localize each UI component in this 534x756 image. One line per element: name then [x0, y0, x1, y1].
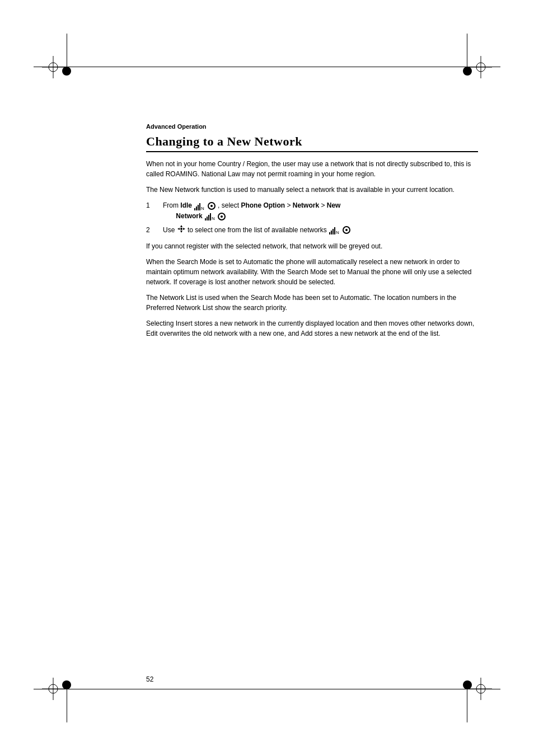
- step-2: 2 Use to select one from the list of: [146, 225, 478, 236]
- svg-marker-24: [177, 228, 180, 230]
- svg-rect-13: [196, 206, 197, 210]
- vline-right-top: [467, 34, 467, 67]
- paragraph-2: The New Network function is used to manu…: [146, 185, 478, 195]
- svg-text:N: N: [212, 216, 215, 220]
- svg-rect-30: [334, 227, 335, 234]
- svg-text:N: N: [336, 230, 339, 234]
- svg-rect-29: [332, 229, 334, 234]
- page-title: Changing to a New Network: [146, 134, 478, 152]
- step-1: 1 From Idle N ,: [146, 200, 478, 222]
- step-1-bold-network: Network: [293, 201, 319, 209]
- svg-marker-22: [180, 225, 182, 227]
- signal-icon-2: N: [205, 212, 215, 222]
- vline-right-bottom: [467, 689, 467, 722]
- step-1-bold-phone: Phone Option: [241, 201, 285, 209]
- circle-icon-1: [208, 202, 216, 210]
- svg-rect-15: [199, 203, 200, 210]
- crosshair-br: [470, 678, 492, 700]
- hline-top: [34, 67, 500, 67]
- svg-text:N: N: [201, 206, 204, 210]
- paragraph-6: Selecting Insert stores a new network in…: [146, 318, 478, 339]
- step-1-content: From Idle N , select Phone Option >: [163, 200, 478, 222]
- circle-icon-3: [343, 226, 350, 234]
- vline-left-top: [67, 34, 67, 67]
- svg-rect-12: [194, 208, 195, 210]
- crosshair-tl: [42, 56, 64, 78]
- section-label: Advanced Operation: [146, 123, 478, 130]
- svg-rect-19: [208, 215, 209, 220]
- signal-icon-3: N: [329, 225, 339, 235]
- paragraph-5: The Network List is used when the Search…: [146, 293, 478, 313]
- step-2-number: 2: [146, 225, 163, 235]
- nav-icon: [177, 225, 185, 236]
- svg-marker-25: [183, 228, 185, 230]
- paragraph-1: When not in your home Country / Region, …: [146, 159, 478, 179]
- steps-list: 1 From Idle N ,: [146, 200, 478, 236]
- svg-rect-20: [210, 213, 211, 220]
- signal-icon-1: N: [194, 201, 204, 211]
- svg-rect-27: [329, 232, 330, 234]
- svg-rect-28: [331, 231, 332, 234]
- crosshair-tr: [470, 56, 492, 78]
- svg-point-26: [180, 228, 182, 230]
- circle-icon-2: [218, 213, 226, 220]
- vline-left-bottom: [67, 689, 67, 722]
- paragraph-4: When the Search Mode is set to Automatic…: [146, 257, 478, 287]
- step-2-content: Use to select one from the list of avail…: [163, 225, 478, 236]
- hline-bottom: [34, 689, 500, 689]
- svg-rect-18: [207, 217, 208, 220]
- paragraph-3: If you cannot register with the selected…: [146, 241, 478, 251]
- svg-rect-17: [205, 218, 206, 220]
- step-1-bold-idle: Idle: [180, 201, 192, 209]
- page-number: 52: [146, 675, 153, 683]
- step-1-number: 1: [146, 200, 163, 210]
- main-content: Advanced Operation Changing to a New Net…: [146, 123, 478, 666]
- svg-rect-14: [198, 205, 199, 210]
- svg-marker-23: [180, 231, 182, 233]
- crosshair-bl: [42, 678, 64, 700]
